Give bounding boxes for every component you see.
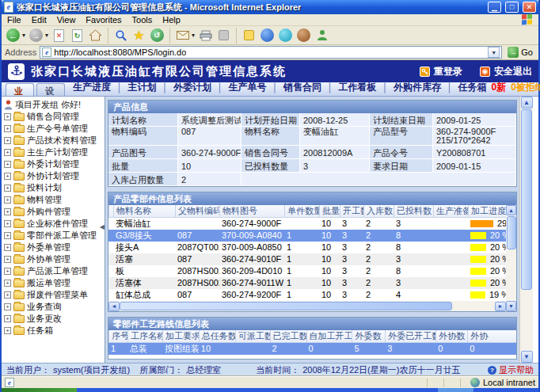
sidebar-item-product-dispatch[interactable]: +产品派工单管理 bbox=[4, 265, 105, 277]
nav-task-box[interactable]: 任务箱 bbox=[458, 81, 487, 94]
msn-icon[interactable] bbox=[260, 28, 275, 43]
refresh-icon[interactable]: ↻ bbox=[70, 28, 85, 43]
tab-settings[interactable]: 设 置 bbox=[36, 83, 65, 96]
sidebar-item-task-box[interactable]: +任务箱 bbox=[4, 325, 105, 337]
stop-icon[interactable]: ✕ bbox=[51, 28, 67, 43]
expand-icon[interactable]: + bbox=[4, 149, 11, 156]
parts-row[interactable]: 板2087HS002360-209-4D01011032820 % bbox=[108, 265, 506, 277]
forward-icon[interactable]: → bbox=[29, 28, 44, 43]
expand-icon[interactable]: + bbox=[4, 268, 11, 275]
expand-icon[interactable]: + bbox=[4, 196, 11, 204]
menu-tools[interactable]: Tools bbox=[132, 15, 153, 25]
address-input[interactable]: e http://localhost:8080/MPS/login.do ▼ bbox=[40, 46, 502, 59]
edit-icon[interactable] bbox=[216, 28, 231, 43]
nav-sales-contract[interactable]: 销售合同 bbox=[283, 81, 339, 94]
scroll-up-icon[interactable]: ▲ bbox=[506, 205, 516, 215]
expand-icon[interactable]: + bbox=[4, 113, 11, 120]
show-help-button[interactable]: ? 显示帮助 bbox=[488, 364, 534, 376]
nav-outsourcing-plan[interactable]: 外委计划 bbox=[173, 81, 229, 94]
expand-icon[interactable]: + bbox=[4, 125, 11, 132]
maximize-button[interactable]: □ bbox=[505, 2, 519, 13]
expand-icon[interactable]: + bbox=[4, 173, 11, 180]
mail-dropdown-icon[interactable]: ▾ bbox=[192, 32, 195, 39]
home-icon[interactable] bbox=[88, 28, 103, 43]
expand-icon[interactable]: + bbox=[4, 137, 11, 144]
back-dropdown-icon[interactable]: ▾ bbox=[22, 32, 25, 39]
parts-row[interactable]: 接头A2087QT002370-009-A085011032820 % bbox=[108, 242, 506, 253]
menu-view[interactable]: View bbox=[57, 15, 76, 25]
expand-icon[interactable]: + bbox=[4, 315, 11, 322]
parts-horizontal-scrollbar[interactable]: ◄► bbox=[108, 301, 506, 311]
address-dropdown-icon[interactable]: ▼ bbox=[488, 47, 500, 58]
menu-file[interactable]: File bbox=[7, 15, 21, 25]
parts-row[interactable]: 活塞体2087HS002360-274-9011W11032320 % bbox=[108, 277, 506, 289]
expand-icon[interactable]: + bbox=[4, 161, 11, 168]
nav-production-progress[interactable]: 生产进度 bbox=[73, 81, 128, 94]
sidebar-item-material-mgmt[interactable]: +物料管理 bbox=[4, 194, 105, 206]
page-scroll-up-icon[interactable]: ▲ bbox=[521, 97, 533, 108]
sidebar-item-business-query[interactable]: +业务查询 bbox=[4, 301, 105, 313]
sidebar-item-standard-parts[interactable]: +企业标准件管理 bbox=[4, 218, 105, 230]
forward-dropdown-icon[interactable]: ▾ bbox=[45, 32, 48, 39]
scroll-left-icon[interactable]: ◄ bbox=[108, 302, 120, 311]
scroll-down-icon[interactable]: ▼ bbox=[506, 301, 516, 311]
favorites-icon[interactable]: ★ bbox=[131, 28, 146, 43]
sidebar-item-outsourcing-order[interactable]: +外委单管理 bbox=[4, 242, 105, 253]
notes-icon[interactable] bbox=[241, 28, 257, 43]
expand-icon[interactable]: + bbox=[4, 220, 11, 227]
scroll-right-icon[interactable]: ► bbox=[495, 302, 506, 311]
expand-icon[interactable]: + bbox=[4, 185, 11, 192]
menu-help[interactable]: Help bbox=[162, 15, 181, 25]
sidebar-item-purchased-parts[interactable]: +外购件管理 bbox=[4, 206, 105, 218]
expand-icon[interactable]: + bbox=[4, 291, 11, 299]
parts-row[interactable]: 变幅油缸360-274-9000F1032329 % bbox=[108, 218, 506, 230]
messenger-icon[interactable] bbox=[314, 28, 329, 43]
tab-business[interactable]: 业 务 bbox=[6, 83, 34, 96]
sidebar-collapse-arrow[interactable]: ◀ bbox=[100, 223, 105, 230]
parts-row-selected[interactable]: G3/8接头087370-009-A084011032820 % bbox=[108, 230, 506, 242]
history-icon[interactable]: ↺ bbox=[150, 28, 165, 43]
sidebar-item-assist-plan[interactable]: +外协计划管理 bbox=[4, 170, 105, 182]
sidebar-item-transport-order[interactable]: +搬运单管理 bbox=[4, 277, 105, 289]
page-vertical-scrollbar[interactable]: ▲ ▼ bbox=[519, 97, 533, 363]
menu-edit[interactable]: Edit bbox=[32, 15, 47, 25]
sidebar-item-sales-contract[interactable]: +销售合同管理 bbox=[4, 111, 105, 123]
expand-icon[interactable]: + bbox=[4, 208, 11, 215]
parts-vertical-scrollbar[interactable]: ▲▼ bbox=[506, 205, 516, 311]
nav-master-plan[interactable]: 主计划 bbox=[128, 81, 174, 94]
nav-production-order[interactable]: 生产单号 bbox=[229, 81, 284, 94]
sidebar-item-order-number[interactable]: +生产令号单管理 bbox=[4, 123, 105, 135]
mail-icon[interactable] bbox=[175, 28, 190, 43]
sidebar-item-business-change[interactable]: +业务更改 bbox=[4, 313, 105, 325]
expand-icon[interactable]: + bbox=[4, 303, 11, 310]
search-icon[interactable] bbox=[113, 28, 128, 43]
nav-work-board[interactable]: 工作看板 bbox=[339, 81, 394, 94]
sidebar-item-outsourcing-plan[interactable]: +外委计划管理 bbox=[4, 158, 105, 170]
sidebar-item-parts-dispatch[interactable]: +零部件派工单管理 bbox=[4, 230, 105, 242]
parts-row[interactable]: 缸体总成087360-274-9200F11032419 % bbox=[108, 289, 506, 301]
expand-icon[interactable]: + bbox=[4, 327, 11, 334]
start-button-sliver[interactable] bbox=[2, 388, 77, 392]
sidebar-item-assist-order[interactable]: +外协单管理 bbox=[4, 253, 105, 265]
back-icon[interactable]: ← bbox=[6, 28, 21, 43]
expand-icon[interactable]: + bbox=[4, 256, 11, 263]
sidebar-item-master-production-plan[interactable]: +主生产计划管理 bbox=[4, 147, 105, 158]
page-scroll-down-icon[interactable]: ▼ bbox=[521, 351, 533, 363]
close-button[interactable]: ✕ bbox=[523, 2, 536, 13]
sidebar-item-feeding-plan[interactable]: +投料计划 bbox=[4, 182, 105, 194]
minimize-button[interactable]: ▁ bbox=[488, 2, 501, 13]
menu-favorites[interactable]: Favorites bbox=[86, 15, 121, 25]
logout-button[interactable]: ◉ 安全退出 bbox=[480, 65, 532, 78]
sidebar-item-scrap-mgmt[interactable]: +报废件管理菜单 bbox=[4, 289, 105, 301]
sidebar-item-tech-data[interactable]: +产品技术资料管理 bbox=[4, 135, 105, 147]
route-row-selected[interactable]: 1总装按图组装10205300 bbox=[108, 343, 516, 355]
go-button[interactable]: → Go bbox=[505, 47, 535, 58]
media-icon[interactable] bbox=[278, 28, 293, 43]
print-icon[interactable] bbox=[198, 28, 213, 43]
nav-purchased-stock[interactable]: 外购件库存 bbox=[394, 81, 458, 94]
expand-icon[interactable]: + bbox=[4, 232, 11, 239]
expand-icon[interactable]: + bbox=[4, 280, 11, 287]
research-icon[interactable] bbox=[296, 28, 311, 43]
parts-row[interactable]: 活塞087360-274-9010F11032320 % bbox=[108, 253, 506, 265]
expand-icon[interactable]: + bbox=[4, 244, 11, 251]
